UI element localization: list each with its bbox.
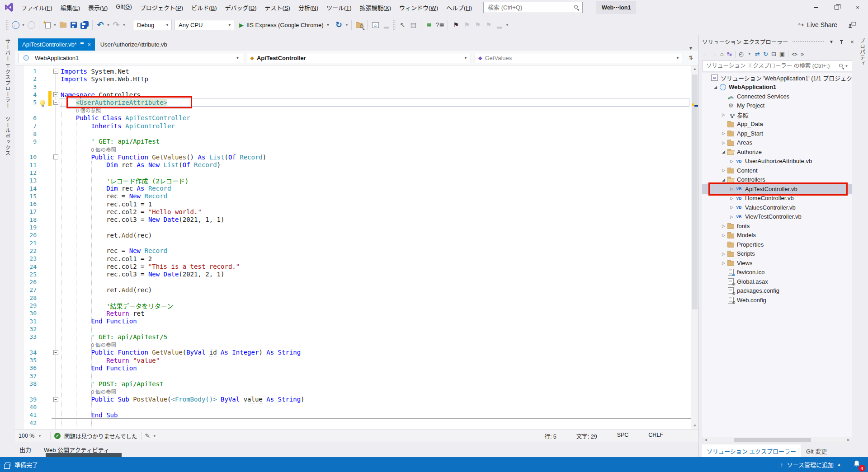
code-line-12[interactable]: 12 (15, 169, 691, 177)
tree-item-packages-config[interactable]: packages.config (702, 286, 852, 296)
undo-dropdown[interactable]: ▼ (106, 23, 111, 27)
code-line-18[interactable]: 18 rec.col3 = New Date(2021, 1, 1) (15, 216, 691, 224)
scroll-up-icon[interactable]: ▲ (691, 67, 698, 71)
menu-item-v[interactable]: 表示(V) (84, 0, 112, 14)
tree-expander-icon[interactable]: ▷ (720, 140, 727, 145)
se-view-code-button[interactable]: <> (792, 51, 797, 57)
codelens-references[interactable]: 0 個の参照 (61, 342, 116, 348)
menu-item-w[interactable]: ウィンドウ(W) (395, 0, 442, 14)
menu-item-g[interactable]: Git(G) (112, 0, 136, 14)
toggle-bookmark-button[interactable]: ⚑ (450, 19, 461, 31)
tree-item-areas[interactable]: ▷Areas (702, 138, 852, 148)
notifications-button[interactable]: 4 (853, 460, 863, 470)
window-position-dropdown-icon[interactable]: ▼ (828, 39, 835, 44)
scroll-left-icon[interactable]: ◀ (703, 438, 709, 442)
tree-expander-icon[interactable]: ▷ (720, 112, 727, 117)
tree-expander-icon[interactable]: ◢ (712, 85, 719, 89)
minimize-button[interactable] (806, 0, 826, 14)
menu-item-n[interactable]: 分析(N) (294, 0, 322, 14)
se-pending-changes-filter-button[interactable]: ◴ (739, 51, 744, 57)
code-line-8[interactable]: 8 (15, 130, 691, 137)
new-project-button[interactable] (42, 19, 52, 31)
save-button[interactable] (68, 19, 79, 31)
menu-item-d[interactable]: デバッグ(D) (221, 0, 261, 14)
save-all-button[interactable] (79, 19, 90, 31)
tree-item-scripts[interactable]: ▷Scripts (702, 249, 852, 259)
code-cleanup-button[interactable]: ✎ ▼ (145, 432, 157, 439)
tree-item-views[interactable]: ▷Views (702, 258, 852, 268)
tree-expander-icon[interactable]: ▷ (720, 131, 727, 136)
code-line-38[interactable]: 38 ' POST: api/ApiTest (15, 380, 691, 388)
pin-tab-icon[interactable] (80, 42, 85, 47)
quick-search-input[interactable] (487, 4, 574, 11)
code-line-19[interactable]: 19 (15, 224, 691, 231)
convert-comment-button[interactable]: ?≣ (434, 19, 445, 31)
tree-item-app-start[interactable]: ▷App_Start (702, 129, 852, 138)
code-line-11[interactable]: 11 Dim ret As New List(Of Record) (15, 161, 691, 169)
code-line-14[interactable]: 14 Dim rec As Record (15, 184, 691, 192)
code-line-1[interactable]: 1−Imports System.Net (15, 67, 691, 75)
code-line-10[interactable]: 10− Public Function GetValues() As List(… (15, 153, 691, 161)
menu-item-h[interactable]: ヘルプ(H) (442, 0, 476, 14)
refresh-dropdown[interactable]: ▼ (344, 23, 349, 27)
code-line-20[interactable]: 20 ret.Add(rec) (15, 231, 691, 239)
panel-drag-handle[interactable] (792, 41, 824, 43)
rail-tab-1[interactable]: ツールボックス (4, 117, 11, 156)
code-line-2[interactable]: 2Imports System.Web.Http (15, 75, 691, 83)
bottom-tab-0[interactable]: 出力 (19, 445, 31, 454)
tree-item-properties[interactable]: Properties (702, 240, 852, 249)
tree-item-content[interactable]: ▷Content (702, 166, 852, 175)
tree-item-connected-services[interactable]: Connected Services (702, 92, 852, 101)
code-line-3[interactable]: 3 (15, 83, 691, 91)
tree-expander-icon[interactable]: ▷ (728, 196, 735, 201)
redo-dropdown[interactable]: ▼ (122, 23, 127, 27)
codelens-references[interactable]: 0 個の参照 (61, 147, 116, 153)
undo-button[interactable]: ↶ (95, 19, 106, 31)
refresh-button[interactable]: ↻ (333, 19, 344, 31)
find-in-files-button[interactable] (354, 19, 365, 31)
tree-item-models[interactable]: ▷Models (702, 231, 852, 240)
tree-expander-icon[interactable]: ▷ (728, 205, 735, 210)
codelens-row[interactable]: 0 個の参照 (15, 145, 691, 153)
platform-combo[interactable]: Any CPU▼ (175, 20, 234, 30)
se-sync-button[interactable]: ⇄ (755, 51, 760, 57)
close-tab-icon[interactable]: × (88, 42, 91, 48)
tree-expander-icon[interactable]: ◢ (720, 178, 727, 182)
tree-item-controllers[interactable]: ◢Controllers (702, 175, 852, 185)
code-line-35[interactable]: 35 Return "value" (15, 356, 691, 364)
next-bookmark-button[interactable]: ⚑ (472, 19, 483, 31)
menu-item-t[interactable]: ツール(T) (322, 0, 356, 14)
document-outline-button[interactable]: ▤ (408, 19, 419, 31)
code-line-31[interactable]: 31 End Function (15, 318, 691, 325)
menu-item-x[interactable]: 拡張機能(X) (356, 0, 395, 14)
tree-item-fonts[interactable]: ▷fonts (702, 221, 852, 231)
scrollbar-thumb[interactable] (734, 438, 811, 442)
send-feedback-icon[interactable] (848, 22, 856, 28)
tool-tab-git-changes[interactable]: Git 変更 (802, 444, 831, 458)
tree-item-app-data[interactable]: App_Data (702, 120, 852, 129)
tree-item-web-config[interactable]: Web.config (702, 295, 852, 305)
bookmark-underscore[interactable]: ▂ (494, 19, 505, 31)
code-line-13[interactable]: 13 'レコード作成 (2レコード) (15, 177, 691, 184)
tree-item-userauthorizeattribute-vb[interactable]: ▷UserAuthorizeAttribute.vb (702, 157, 852, 166)
code-line-41[interactable]: 41 End Sub (15, 411, 691, 419)
code-line-39[interactable]: 39− Public Sub PostValue(<FromBody()> By… (15, 395, 691, 403)
code-editor[interactable]: 1−Imports System.Net2Imports System.Web.… (15, 65, 698, 429)
tree-expander-icon[interactable]: ▷ (728, 215, 735, 219)
format-indent-button[interactable]: ≣ (424, 19, 434, 31)
code-line-23[interactable]: 23 rec.col1 = 2 (15, 255, 691, 262)
tree-expander-icon[interactable]: ▷ (720, 233, 727, 238)
tree-item-valuescontroller-vb[interactable]: ▷ValuesController.vb (702, 203, 852, 212)
codelens-references[interactable]: 0 個の参照 (61, 389, 116, 395)
se-sync-active-document-button[interactable]: ↹ (727, 51, 732, 57)
toolbar-overflow-dropdown[interactable]: ▼ (505, 23, 509, 27)
scroll-right-icon[interactable]: ▶ (845, 438, 852, 442)
tree-expander-icon[interactable]: ▷ (720, 168, 727, 173)
menu-item-b[interactable]: ビルド(B) (187, 0, 221, 14)
se-properties-pages-button[interactable]: ▣ (779, 51, 785, 57)
scroll-down-icon[interactable]: ▼ (691, 424, 698, 428)
nav-backward-button[interactable]: ← (10, 19, 21, 31)
new-project-dropdown[interactable]: ▼ (52, 23, 57, 27)
tree-item-homecontroller-vb[interactable]: ▷HomeController.vb (702, 194, 852, 203)
restore-button[interactable] (826, 0, 847, 14)
